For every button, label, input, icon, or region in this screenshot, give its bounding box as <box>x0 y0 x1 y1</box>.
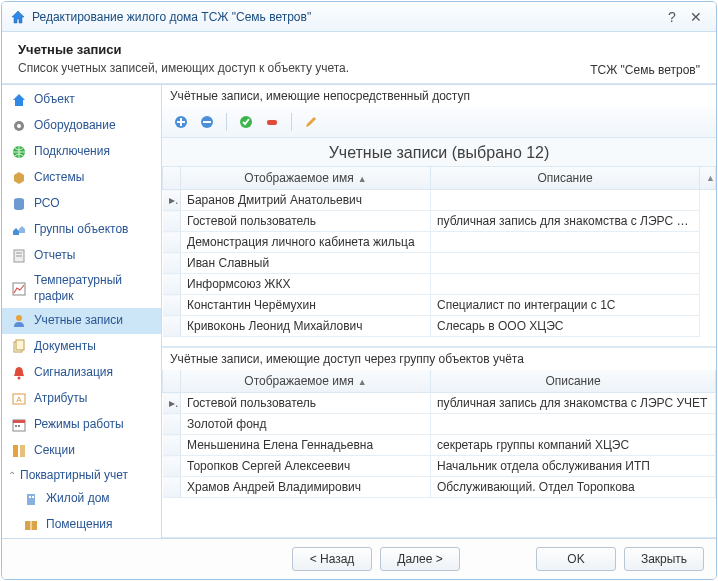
cell-name: Храмов Андрей Владимирович <box>181 477 431 498</box>
row-indicator <box>163 232 181 253</box>
svg-rect-28 <box>267 120 277 125</box>
sidebar-item-systems[interactable]: Системы <box>2 165 161 191</box>
sidebar-item-connections[interactable]: Подключения <box>2 139 161 165</box>
table-row[interactable]: Информсоюз ЖКХ <box>163 274 716 295</box>
edit-button[interactable] <box>300 111 322 133</box>
cell-name: Иван Славный <box>181 253 431 274</box>
close-button[interactable]: Закрыть <box>624 547 704 571</box>
table-row[interactable]: Торопков Сергей АлексеевичНачальник отде… <box>163 456 716 477</box>
user-icon <box>10 312 28 330</box>
table-row[interactable]: ▸Гостевой пользовательпубличная запись д… <box>163 393 716 414</box>
row-indicator: ▸ <box>163 190 181 211</box>
cell-name: Торопков Сергей Алексеевич <box>181 456 431 477</box>
chart-icon <box>10 280 28 298</box>
cell-desc: публичная запись для знакомства с ЛЭРС У… <box>431 393 716 414</box>
direct-access-label: Учётные записи, имеющие непосредственный… <box>162 85 716 107</box>
add-button[interactable] <box>170 111 192 133</box>
vertical-scrollbar[interactable]: ▲ <box>700 167 716 190</box>
col-display-name[interactable]: Отображаемое имя▲ <box>181 167 431 190</box>
globe-icon <box>10 143 28 161</box>
svg-rect-18 <box>13 445 18 457</box>
row-header-corner <box>163 370 181 393</box>
sidebar-item-groups[interactable]: Группы объектов <box>2 217 161 243</box>
home-icon <box>10 91 28 109</box>
row-indicator <box>163 435 181 456</box>
sidebar-item-sections[interactable]: Секции <box>2 438 161 464</box>
table-row[interactable]: Кривоконь Леонид МихайловичСлесарь в ООО… <box>163 316 716 337</box>
body: Объект Оборудование Подключения Системы … <box>2 84 716 538</box>
back-button[interactable]: < Назад <box>292 547 372 571</box>
sidebar-item-label: Подключения <box>34 144 110 160</box>
direct-table: Отображаемое имя▲ Описание ▲ ▸Баранов Дм… <box>162 167 716 337</box>
sort-asc-icon: ▲ <box>358 174 367 184</box>
cell-desc <box>431 274 700 295</box>
svg-point-11 <box>18 377 21 380</box>
table-row[interactable]: Иван Славный <box>163 253 716 274</box>
col-description[interactable]: Описание <box>431 370 716 393</box>
main-panel: Учётные записи, имеющие непосредственный… <box>162 85 716 538</box>
sidebar-item-label: Режимы работы <box>34 417 124 433</box>
row-indicator <box>163 253 181 274</box>
sidebar-group-perflat[interactable]: ⌃ Поквартирный учет <box>2 464 161 486</box>
sidebar-item-label: Отчеты <box>34 248 75 264</box>
sidebar-item-accounts[interactable]: Учетные записи <box>2 308 161 334</box>
sidebar-item-tempgraph[interactable]: Температурный график <box>2 269 161 308</box>
next-button[interactable]: Далее > <box>380 547 460 571</box>
sidebar-item-label: Сигнализация <box>34 365 113 381</box>
sidebar-item-alarms[interactable]: Сигнализация <box>2 360 161 386</box>
col-description[interactable]: Описание <box>431 167 700 190</box>
sidebar-item-rooms[interactable]: Помещения <box>2 512 161 538</box>
col-display-name[interactable]: Отображаемое имя▲ <box>181 370 431 393</box>
row-indicator <box>163 295 181 316</box>
table-row[interactable]: Храмов Андрей ВладимировичОбслуживающий.… <box>163 477 716 498</box>
sidebar-item-documents[interactable]: Документы <box>2 334 161 360</box>
deny-button[interactable] <box>261 111 283 133</box>
table-row[interactable]: Константин ЧерёмухинСпециалист по интегр… <box>163 295 716 316</box>
table-row[interactable]: ▸Баранов Дмитрий Анатольевич <box>163 190 716 211</box>
sidebar-item-label: Помещения <box>46 517 112 533</box>
sort-asc-icon: ▲ <box>358 377 367 387</box>
home-icon <box>10 9 26 25</box>
row-indicator <box>163 211 181 232</box>
sidebar-item-label: Температурный график <box>34 273 153 304</box>
sidebar[interactable]: Объект Оборудование Подключения Системы … <box>2 85 162 538</box>
titlebar: Редактирование жилого дома ТСЖ "Семь вет… <box>2 2 716 32</box>
sidebar-item-object[interactable]: Объект <box>2 87 161 113</box>
table-row[interactable]: Золотой фонд <box>163 414 716 435</box>
table-row[interactable]: Гостевой пользовательпубличная запись дл… <box>163 211 716 232</box>
cell-desc: Слесарь в ООО ХЦЭС <box>431 316 700 337</box>
row-header-corner <box>163 167 181 190</box>
table-row[interactable]: Демонстрация личного кабинета жильца <box>163 232 716 253</box>
grid-title: Учетные записи (выбрано 12) <box>162 138 716 167</box>
close-window-button[interactable]: ✕ <box>684 7 708 27</box>
sidebar-item-modes[interactable]: Режимы работы <box>2 412 161 438</box>
allow-button[interactable] <box>235 111 257 133</box>
direct-grid: Отображаемое имя▲ Описание ▲ ▸Баранов Дм… <box>162 167 716 347</box>
svg-text:A: A <box>16 395 22 404</box>
svg-point-8 <box>16 315 22 321</box>
ok-button[interactable]: OK <box>536 547 616 571</box>
row-indicator <box>163 456 181 477</box>
cell-name: Баранов Дмитрий Анатольевич <box>181 190 431 211</box>
chevron-up-icon: ⌃ <box>6 470 18 481</box>
cell-desc: Начальник отдела обслуживания ИТП <box>431 456 716 477</box>
sidebar-item-reports[interactable]: Отчеты <box>2 243 161 269</box>
table-row[interactable]: Меньшенина Елена Геннадьевнасекретарь гр… <box>163 435 716 456</box>
cell-desc: публичная запись для знакомства с ЛЭРС У… <box>431 211 700 232</box>
sidebar-item-house[interactable]: Жилой дом <box>2 486 161 512</box>
sidebar-item-label: Группы объектов <box>34 222 128 238</box>
tag-icon: A <box>10 390 28 408</box>
help-button[interactable]: ? <box>660 7 684 27</box>
row-indicator <box>163 477 181 498</box>
sidebar-item-attributes[interactable]: A Атрибуты <box>2 386 161 412</box>
sidebar-item-rso[interactable]: РСО <box>2 191 161 217</box>
cell-name: Кривоконь Леонид Михайлович <box>181 316 431 337</box>
svg-rect-20 <box>27 494 35 505</box>
header-block: Учетные записи Список учетных записей, и… <box>2 32 716 84</box>
sidebar-item-equipment[interactable]: Оборудование <box>2 113 161 139</box>
remove-button[interactable] <box>196 111 218 133</box>
sidebar-item-label: Системы <box>34 170 84 186</box>
sidebar-item-label: РСО <box>34 196 60 212</box>
page-title: Учетные записи <box>18 42 700 57</box>
group-table: Отображаемое имя▲ Описание ▸Гостевой пол… <box>162 370 716 498</box>
